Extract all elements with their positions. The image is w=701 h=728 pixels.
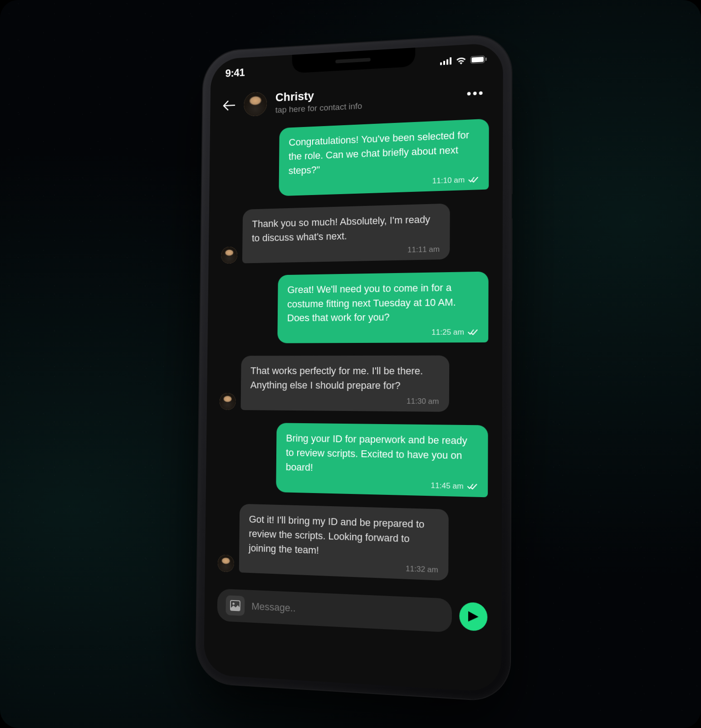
message-row: That works perfectly for me. I'll be the…	[219, 355, 488, 412]
svg-rect-3	[449, 57, 451, 64]
message-bubble-incoming[interactable]: Thank you so much! Absolutely, I'm ready…	[242, 203, 450, 263]
message-time: 11:32 am	[406, 564, 438, 575]
message-meta: 11:25 am	[287, 327, 478, 338]
message-time: 11:30 am	[407, 396, 439, 406]
status-time: 9:41	[225, 66, 245, 79]
signal-icon	[440, 57, 451, 65]
message-text: Great! We'll need you to come in for a c…	[287, 279, 478, 325]
message-time: 11:25 am	[431, 327, 464, 337]
message-time: 11:45 am	[431, 481, 463, 491]
message-row: Thank you so much! Absolutely, I'm ready…	[221, 202, 489, 263]
svg-rect-2	[446, 59, 448, 64]
svg-rect-1	[443, 61, 445, 65]
phone-screen: 9:41	[204, 42, 503, 692]
send-button[interactable]	[459, 602, 487, 631]
svg-rect-0	[440, 62, 441, 65]
message-meta: 11:45 am	[285, 478, 477, 491]
contact-avatar[interactable]	[244, 91, 267, 116]
message-text: Congratulations! You've been selected fo…	[288, 127, 479, 178]
message-bubble-outgoing[interactable]: Great! We'll need you to come in for a c…	[277, 271, 488, 343]
svg-rect-5	[471, 56, 483, 62]
message-time: 11:11 am	[407, 244, 440, 254]
sender-avatar[interactable]	[219, 393, 235, 410]
wifi-icon	[456, 56, 466, 64]
message-text: Bring your ID for paperwork and be ready…	[285, 431, 477, 478]
message-text: Got it! I'll bring my ID and be prepared…	[248, 512, 438, 562]
message-meta: 11:30 am	[250, 396, 439, 406]
back-button[interactable]	[223, 99, 235, 111]
message-input-field[interactable]: Message..	[217, 589, 452, 633]
read-receipt-icon	[468, 329, 478, 335]
read-receipt-icon	[467, 483, 477, 490]
message-row: Congratulations! You've been selected fo…	[221, 118, 489, 197]
phone-mockup: 9:41	[196, 34, 511, 701]
message-row: Got it! I'll bring my ID and be prepared…	[217, 503, 487, 582]
sender-avatar[interactable]	[217, 555, 234, 572]
message-row: Great! We'll need you to come in for a c…	[220, 271, 488, 343]
message-row: Bring your ID for paperwork and be ready…	[218, 422, 488, 497]
message-meta: 11:10 am	[288, 175, 478, 190]
sender-avatar[interactable]	[221, 246, 237, 264]
messages-list[interactable]: Congratulations! You've been selected fo…	[205, 113, 503, 592]
input-placeholder: Message..	[251, 601, 295, 614]
message-bubble-incoming[interactable]: That works perfectly for me. I'll be the…	[240, 355, 449, 411]
message-bubble-outgoing[interactable]: Bring your ID for paperwork and be ready…	[276, 423, 488, 497]
svg-rect-6	[485, 57, 486, 60]
battery-icon	[470, 55, 487, 64]
message-text: Thank you so much! Absolutely, I'm ready…	[251, 212, 439, 245]
contact-info[interactable]: Christy tap here for contact info	[275, 82, 453, 115]
message-meta: 11:11 am	[251, 244, 439, 258]
message-text: That works perfectly for me. I'll be the…	[250, 364, 439, 393]
message-bubble-outgoing[interactable]: Congratulations! You've been selected fo…	[279, 118, 489, 195]
attach-image-button[interactable]	[225, 595, 245, 616]
phone-frame: 9:41	[196, 34, 511, 701]
message-bubble-incoming[interactable]: Got it! I'll bring my ID and be prepared…	[239, 503, 448, 581]
more-options-button[interactable]: •••	[462, 80, 489, 105]
read-receipt-icon	[468, 176, 478, 183]
status-icons	[440, 54, 486, 65]
notch-speaker	[335, 58, 371, 63]
svg-point-8	[232, 602, 235, 605]
message-time: 11:10 am	[432, 175, 465, 186]
